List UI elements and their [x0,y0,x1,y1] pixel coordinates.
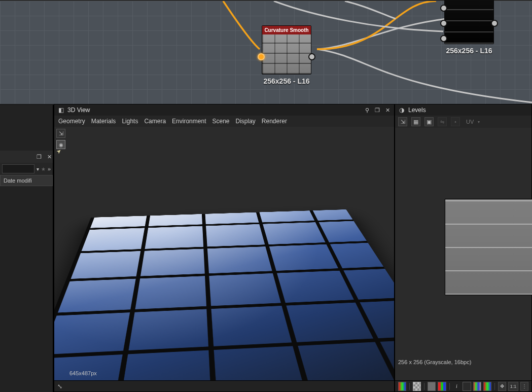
expand-icon[interactable] [48,165,51,172]
node-caption: 256x256 - L16 [446,47,492,55]
node-input-socket-3[interactable] [440,35,447,42]
node-blend[interactable]: Blend 256x256 - L16 [444,0,494,44]
panel-levels: Levels • UV ▾ 256 x 256 (Grayscale, 16bp… [395,104,532,392]
levels-info: 256 x 256 (Grayscale, 16bpc) [398,359,471,365]
center-button[interactable]: ✥ [498,382,506,391]
disabled-button: • [451,117,460,126]
levels-canvas[interactable]: 256 x 256 (Grayscale, 16bpc) [395,128,531,380]
menu-display[interactable]: Display [236,118,256,125]
panel-title-text: Levels [408,106,426,114]
uv-dropdown[interactable]: UV [466,119,474,125]
wire-top-grey-2 [345,1,396,19]
histogram-button[interactable] [463,382,471,391]
node-output-socket[interactable] [491,20,498,27]
favorite-icon[interactable] [41,165,46,172]
node-graph[interactable]: Curvature Smooth 256x256 - L16 Blend 256… [0,0,532,104]
menu-scene[interactable]: Scene [212,118,229,125]
menu-environment[interactable]: Environment [172,118,206,125]
rgb-label-button[interactable] [473,382,481,391]
node-thumbnail [262,34,311,74]
levels-footer: i ✥ 1:1 ⋮ [395,380,531,391]
column-header-date[interactable]: Date modifi [0,175,53,186]
view3d-footer [54,380,394,391]
pin-icon[interactable] [364,106,371,114]
render-preview [73,151,382,359]
save-image-button[interactable] [398,117,407,126]
menu-camera[interactable]: Camera [144,118,166,125]
levels-icon [398,106,405,114]
export-image-button[interactable] [56,129,65,138]
background-checker-button[interactable] [413,382,421,391]
panel-3d-view: 3D View Geometry Materials Lights Camera… [54,104,395,392]
menu-lights[interactable]: Lights [122,118,138,125]
channel-split-button[interactable] [438,382,446,391]
viewport-tool-column: ◉ [56,129,65,149]
info-button[interactable]: i [452,382,460,391]
panel-title-text: 3D View [67,106,90,114]
filter-icon[interactable] [37,165,39,172]
channel-rgb-button[interactable] [398,382,406,391]
node-curvature-smooth[interactable]: Curvature Smooth 256x256 - L16 [262,25,311,75]
wire-node-down [317,49,532,102]
library-panel: Date modifi [0,105,54,392]
node-input-socket[interactable] [258,53,265,60]
camera-button[interactable]: ◉ [56,140,65,149]
viewport-dimensions: 645x487px [69,370,97,376]
hierarchy-icon[interactable] [57,383,62,390]
node-input-socket-1[interactable] [440,5,447,12]
maximize-icon[interactable] [36,153,43,160]
wire-orange-in [223,1,260,49]
node-input-socket-2[interactable] [440,20,447,27]
filter-search-input[interactable] [2,164,34,173]
levels-toolbar: • UV ▾ [395,116,531,128]
node-caption: 256x256 - L16 [263,77,309,85]
view3d-menubar: Geometry Materials Lights Camera Environ… [54,116,394,127]
node-title: Curvature Smooth [262,26,311,34]
close-icon[interactable] [384,106,391,114]
menu-geometry[interactable]: Geometry [58,118,85,125]
viewport-3d[interactable]: ◉ 645x487px [54,127,394,380]
menu-materials[interactable]: Materials [91,118,116,125]
grid-button[interactable] [411,117,420,126]
maximize-icon[interactable] [374,106,381,114]
library-filter-row [0,163,53,175]
panel-titlebar[interactable]: Levels [395,104,531,116]
panel-titlebar[interactable]: 3D View [54,104,394,116]
menu-renderer[interactable]: Renderer [262,118,287,125]
wire-orange-out [317,1,436,49]
channel-grey-button[interactable] [428,382,436,391]
wire-node-to-blend-1 [317,19,446,49]
levels-preview [445,199,532,295]
node-thumbnail [445,0,493,44]
close-icon[interactable] [46,153,53,160]
options-button[interactable]: ⋮ [520,382,528,391]
library-window-controls [0,151,53,163]
gradient-button[interactable] [483,382,491,391]
frame-button[interactable] [424,117,434,126]
zoom-ratio-button[interactable]: 1:1 [508,382,518,391]
link-button[interactable] [438,117,447,126]
cube-icon [57,106,64,114]
node-output-socket[interactable] [308,53,315,60]
